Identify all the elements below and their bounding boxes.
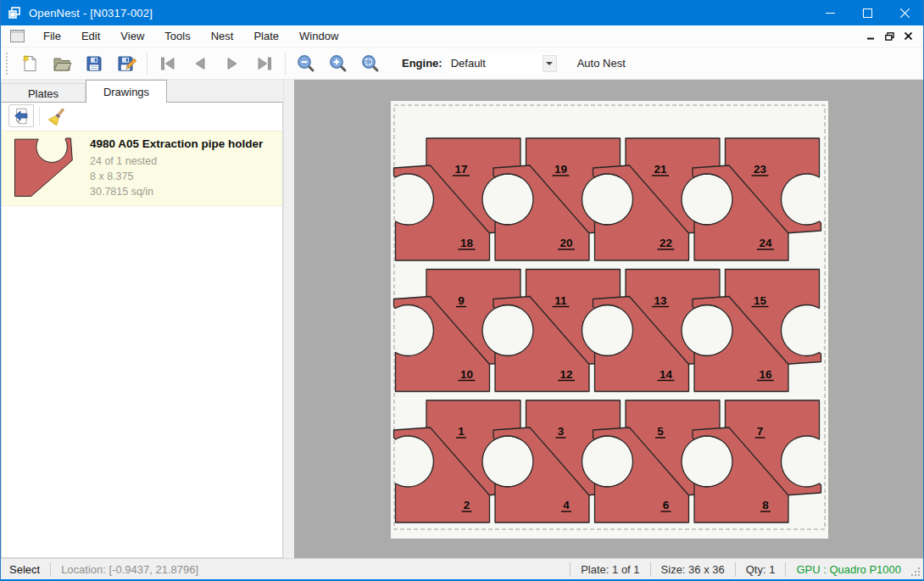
mdi-close-button[interactable] <box>899 29 916 44</box>
new-document-icon <box>19 53 40 74</box>
nest-part-label[interactable]: 7 <box>757 425 764 438</box>
nest-part-label[interactable]: 10 <box>460 368 473 381</box>
drawing-list-empty <box>2 206 282 557</box>
toolbar-separator <box>285 53 286 75</box>
tab-strip: Plates Drawings <box>1 80 283 103</box>
mdi-restore-button[interactable] <box>881 29 898 44</box>
resize-grip-icon <box>911 567 921 577</box>
panel-splitter[interactable] <box>283 80 294 558</box>
open-folder-icon <box>52 53 72 74</box>
menu-edit[interactable]: Edit <box>71 26 110 46</box>
toolbar-separator <box>147 53 148 75</box>
zoom-in-icon <box>328 53 348 74</box>
nest-canvas[interactable]: 171819202122232491011121314151612345678 <box>294 80 923 558</box>
status-gpu: GPU : Quadro P1000 <box>786 559 911 579</box>
drawing-list-item[interactable]: 4980 A05 Extraction pipe holder 24 of 1 … <box>2 131 282 206</box>
close-icon <box>900 8 910 18</box>
nest-part-label[interactable]: 3 <box>558 425 565 438</box>
app-window: OpenNest - [N0317-002] File Edit View To… <box>0 0 924 581</box>
nest-part-label[interactable]: 9 <box>458 294 465 307</box>
save-as-button[interactable] <box>110 50 142 77</box>
drawing-nested-count: 24 of 1 nested <box>90 154 263 169</box>
status-qty: Qty: 1 <box>736 559 786 579</box>
maximize-button[interactable] <box>849 0 886 25</box>
engine-label: Engine: <box>402 57 443 70</box>
app-icon <box>8 6 22 20</box>
menu-window[interactable]: Window <box>289 26 348 46</box>
nest-part-label[interactable]: 19 <box>554 163 567 176</box>
nest-part-label[interactable]: 21 <box>654 163 667 176</box>
menu-file[interactable]: File <box>33 26 71 46</box>
nest-part-label[interactable]: 13 <box>654 294 667 307</box>
drawing-dimensions: 8 x 8.375 <box>90 169 263 184</box>
part-thumbnail <box>10 137 81 200</box>
last-arrow-icon <box>254 53 275 74</box>
zoom-fit-button[interactable] <box>354 50 387 77</box>
nest-part-label[interactable]: 20 <box>559 237 572 249</box>
nest-part-label[interactable]: 12 <box>559 368 572 381</box>
mdi-minimize-button[interactable] <box>862 29 879 44</box>
clean-button[interactable] <box>45 104 70 127</box>
zoom-fit-icon <box>360 53 381 74</box>
toolbar-grip[interactable] <box>6 53 10 75</box>
nest-part-label[interactable]: 15 <box>754 294 767 307</box>
open-button[interactable] <box>46 50 78 77</box>
title-bar[interactable]: OpenNest - [N0317-002] <box>1 0 923 25</box>
close-button[interactable] <box>886 0 923 25</box>
nest-part-label[interactable]: 18 <box>460 237 474 249</box>
nest-part-label[interactable]: 8 <box>762 499 769 511</box>
next-arrow-icon <box>222 53 242 74</box>
nest-part-label[interactable]: 5 <box>657 425 664 438</box>
minimize-button[interactable] <box>811 0 849 25</box>
menu-plate[interactable]: Plate <box>243 26 289 46</box>
menu-view[interactable]: View <box>110 26 154 46</box>
chevron-down-icon[interactable] <box>543 55 557 72</box>
save-button[interactable] <box>78 50 110 77</box>
broom-icon <box>48 107 67 126</box>
auto-nest-button[interactable]: Auto Nest <box>571 53 632 74</box>
mdi-close-icon <box>905 32 912 40</box>
save-as-icon <box>116 53 136 74</box>
nest-part-label[interactable]: 4 <box>563 499 570 511</box>
zoom-out-button[interactable] <box>290 50 322 77</box>
tab-plates[interactable]: Plates <box>1 83 86 103</box>
save-icon <box>84 53 104 74</box>
next-plate-button[interactable] <box>216 50 248 77</box>
first-plate-button[interactable] <box>152 50 184 77</box>
engine-area: Engine: Default Auto Nest <box>402 53 632 74</box>
menu-bar: File Edit View Tools Nest Plate Window <box>1 25 923 47</box>
nest-part-label[interactable]: 14 <box>660 368 673 381</box>
status-bar: Select Location: [-0.9437, 21.8796] Plat… <box>1 558 923 579</box>
last-plate-button[interactable] <box>248 50 281 77</box>
nest-part-label[interactable]: 2 <box>464 499 470 511</box>
nest-part-label[interactable]: 1 <box>458 425 465 438</box>
tab-drawings[interactable]: Drawings <box>86 80 167 103</box>
menu-nest[interactable]: Nest <box>201 26 244 46</box>
mdi-minimize-icon <box>867 32 875 40</box>
drawing-title: 4980 A05 Extraction pipe holder <box>90 137 263 150</box>
status-location: Location: [-0.9437, 21.8796] <box>51 559 209 579</box>
previous-arrow-icon <box>190 53 210 74</box>
nest-part-label[interactable]: 17 <box>454 163 467 176</box>
nest-part-label[interactable]: 6 <box>663 499 670 511</box>
document-icon[interactable] <box>10 30 25 42</box>
main-toolbar: Engine: Default Auto Nest <box>1 47 923 80</box>
nest-part-label[interactable]: 24 <box>759 237 772 249</box>
drawings-panel: 4980 A05 Extraction pipe holder 24 of 1 … <box>1 102 283 558</box>
previous-plate-button[interactable] <box>184 50 216 77</box>
resize-grip[interactable] <box>911 559 923 579</box>
minimize-icon <box>826 8 835 18</box>
first-arrow-icon <box>158 53 178 74</box>
status-plate-size: Size: 36 x 36 <box>651 559 735 579</box>
zoom-in-button[interactable] <box>322 50 354 77</box>
nest-part-label[interactable]: 16 <box>759 368 772 381</box>
engine-combo[interactable]: Default <box>449 53 557 74</box>
menu-tools[interactable]: Tools <box>154 26 200 46</box>
nest-part-label[interactable]: 22 <box>660 237 672 249</box>
new-button[interactable] <box>14 50 46 77</box>
drawings-toolbar-separator <box>39 107 40 126</box>
nest-part-label[interactable]: 11 <box>554 294 567 307</box>
return-drawing-button[interactable] <box>8 104 34 127</box>
nest-part-label[interactable]: 23 <box>754 163 767 176</box>
import-page-arrow-icon <box>12 107 31 126</box>
